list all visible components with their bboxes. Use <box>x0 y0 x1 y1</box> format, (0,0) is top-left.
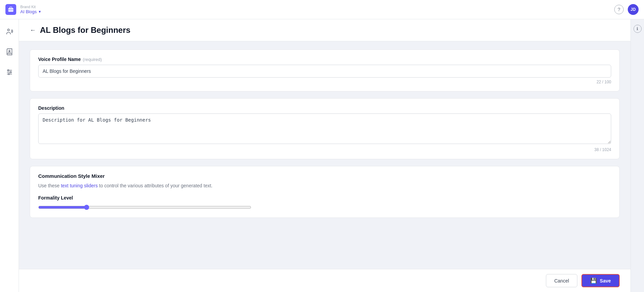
cancel-button[interactable]: Cancel <box>546 274 578 287</box>
formality-level-label: Formality Level <box>38 195 611 201</box>
save-button[interactable]: 💾 Save <box>581 274 620 287</box>
page-footer: Cancel 💾 Save <box>19 269 630 292</box>
suitcase-icon <box>7 6 14 13</box>
brand-kit-label: Brand Kit <box>20 5 41 9</box>
svg-point-7 <box>7 70 9 71</box>
sidebar <box>0 19 19 292</box>
voice-profile-char-count: 22 / 100 <box>38 80 611 84</box>
avatar: JD <box>628 4 639 15</box>
main-content: ← AL Blogs for Beginners Voice Profile N… <box>19 19 630 292</box>
back-button[interactable]: ← <box>30 27 36 34</box>
sidebar-item-settings[interactable] <box>3 65 16 79</box>
text-tuning-highlight: text tuning sliders <box>61 183 98 188</box>
svg-point-2 <box>7 29 9 31</box>
book-person-icon <box>6 48 13 56</box>
voice-profile-name-input[interactable] <box>38 65 611 78</box>
brand-kit-icon <box>5 4 16 15</box>
communication-style-card: Communication Style Mixer Use these text… <box>30 166 620 218</box>
svg-point-8 <box>10 71 11 73</box>
description-char-count: 38 / 1024 <box>38 147 611 152</box>
person-wave-icon <box>6 28 13 35</box>
description-label: Description <box>38 105 611 111</box>
chevron-down-icon: ▼ <box>38 10 41 14</box>
description-card: Description Description for AL Blogs for… <box>30 98 620 159</box>
sidebar-item-voice-profiles[interactable] <box>3 25 16 38</box>
mixer-title: Communication Style Mixer <box>38 173 611 179</box>
voice-profile-name-label: Voice Profile Name (required) <box>38 57 611 62</box>
save-label: Save <box>600 278 611 284</box>
info-button[interactable]: ℹ <box>634 25 642 33</box>
back-arrow-icon: ← <box>30 27 36 34</box>
top-nav: Brand Kit AI Blogs ▼ ? JD <box>0 0 644 19</box>
top-nav-left: Brand Kit AI Blogs ▼ <box>5 4 41 15</box>
description-textarea[interactable]: Description for AL Blogs for Beginners <box>38 113 611 144</box>
sidebar-item-knowledge-base[interactable] <box>3 45 16 59</box>
app-body: ← AL Blogs for Beginners Voice Profile N… <box>0 19 644 292</box>
svg-point-9 <box>8 74 9 75</box>
page-title: AL Blogs for Beginners <box>40 25 131 35</box>
ai-blogs-dropdown[interactable]: AI Blogs ▼ <box>20 9 41 14</box>
required-badge: (required) <box>83 57 102 62</box>
page-body: Voice Profile Name (required) 22 / 100 D… <box>19 41 630 269</box>
voice-profile-name-card: Voice Profile Name (required) 22 / 100 <box>30 49 620 91</box>
page-header: ← AL Blogs for Beginners <box>19 19 630 41</box>
save-icon: 💾 <box>590 277 597 284</box>
sliders-icon <box>6 68 13 76</box>
top-nav-right: ? JD <box>614 4 639 15</box>
info-sidebar: ℹ <box>630 19 644 292</box>
formality-level-slider[interactable] <box>38 205 251 210</box>
formality-slider-container <box>38 204 611 211</box>
brand-nav-text: Brand Kit AI Blogs ▼ <box>20 5 41 14</box>
help-button[interactable]: ? <box>614 5 624 14</box>
mixer-description: Use these text tuning sliders to control… <box>38 183 611 188</box>
svg-point-3 <box>9 50 10 51</box>
